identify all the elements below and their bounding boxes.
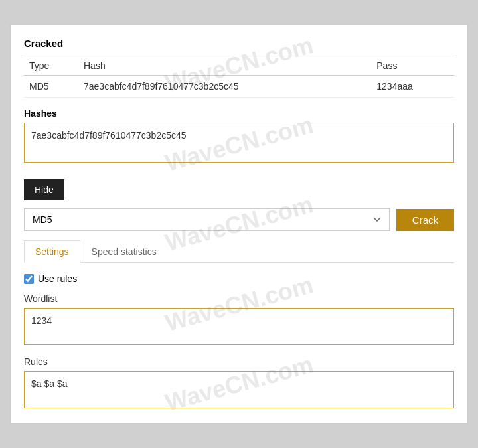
hashes-label: Hashes — [24, 108, 454, 119]
cell-pass: 1234aaa — [371, 76, 454, 98]
hashes-input[interactable] — [24, 123, 454, 163]
cracked-table: Type Hash Pass MD5 7ae3cabfc4d7f89f76104… — [24, 56, 454, 98]
cell-type: MD5 — [24, 76, 78, 98]
hashes-section: Hashes — [24, 108, 454, 165]
crack-button[interactable]: Crack — [396, 209, 454, 231]
col-type: Type — [24, 56, 78, 76]
rules-label: Rules — [24, 356, 454, 367]
cracked-title: Cracked — [24, 38, 454, 49]
cracked-section: Cracked Type Hash Pass MD5 7ae3cabfc4d7f… — [24, 38, 454, 98]
table-header-row: Type Hash Pass — [24, 56, 454, 76]
wordlist-input[interactable] — [24, 308, 454, 345]
rules-input[interactable] — [24, 371, 454, 408]
wordlist-label: Wordlist — [24, 293, 454, 304]
use-rules-row: Use rules — [24, 273, 454, 284]
tab-speed-statistics[interactable]: Speed statistics — [80, 240, 168, 262]
settings-content: Use rules Wordlist Rules — [24, 273, 454, 410]
hide-button[interactable]: Hide — [24, 179, 64, 200]
tabs-row: Settings Speed statistics — [24, 240, 454, 263]
use-rules-label: Use rules — [38, 273, 77, 284]
use-rules-checkbox[interactable] — [24, 274, 34, 284]
hash-type-row: MD5SHA1SHA256NTLM Crack — [24, 208, 454, 231]
cell-hash: 7ae3cabfc4d7f89f7610477c3b2c5c45 — [78, 76, 371, 98]
main-container: WaveCN.com WaveCN.com WaveCN.com WaveCN.… — [10, 24, 468, 424]
col-hash: Hash — [78, 56, 371, 76]
tab-settings[interactable]: Settings — [24, 240, 80, 263]
table-row: MD5 7ae3cabfc4d7f89f7610477c3b2c5c45 123… — [24, 76, 454, 98]
hash-type-select[interactable]: MD5SHA1SHA256NTLM — [24, 208, 390, 231]
col-pass: Pass — [371, 56, 454, 76]
